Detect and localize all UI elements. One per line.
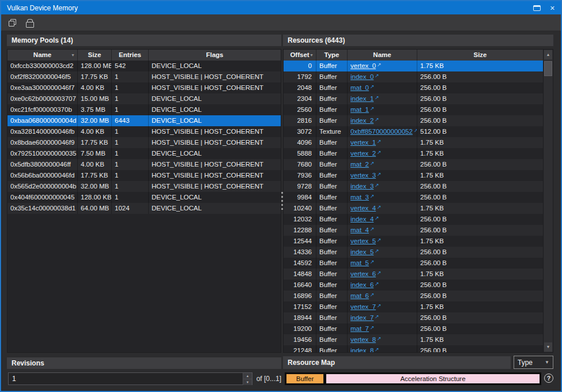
spin-down-icon[interactable]: ▼ <box>243 379 252 385</box>
memory-pool-row[interactable]: 0xe0c62b000000370715.00 MB1DEVICE_LOCAL <box>7 93 281 104</box>
close-button[interactable]: ✕ <box>550 5 555 11</box>
memory-pool-row[interactable]: 0x8bdae600000046f917.75 KB1HOST_VISIBLE … <box>7 137 281 148</box>
scroll-up-icon[interactable]: ▲ <box>544 50 552 59</box>
spin-up-icon[interactable]: ▲ <box>243 373 252 379</box>
resource-row[interactable]: 14592Buffermat_5↗256.00 B <box>284 258 543 269</box>
resource-size-cell: 256.00 B <box>417 323 543 334</box>
memory-pool-row[interactable]: 0xfccb330000003cd2128.00 MB542DEVICE_LOC… <box>7 61 281 71</box>
resource-row[interactable]: 16896Buffermat_6↗256.00 B <box>284 291 543 301</box>
resource-column-type[interactable]: Type <box>316 50 348 61</box>
external-link-icon: ↗ <box>375 71 379 81</box>
resource-row[interactable]: 21248Bufferindex_8↗256.00 B <box>284 345 543 352</box>
resource-row[interactable]: 12032Bufferindex_4↗256.00 B <box>284 214 543 225</box>
resource-offset-cell: 2816 <box>284 115 316 126</box>
float-window-button[interactable] <box>533 3 541 13</box>
memory-pool-row[interactable]: 0x565d2e000000004b32.00 MB1HOST_VISIBLE … <box>7 181 281 192</box>
memory-pool-row[interactable]: 0x56b6ba00000046fd17.75 KB1HOST_VISIBLE … <box>7 170 281 181</box>
resource-link[interactable]: vertex_3 <box>350 172 376 179</box>
memory-pool-row[interactable]: 0xa3281400000046fb4.00 KB1HOST_VISIBLE |… <box>7 126 281 137</box>
resource-row[interactable]: 0Buffervertex_0↗1.75 KB <box>284 61 543 71</box>
resource-link[interactable]: index_3 <box>350 183 374 190</box>
resource-link[interactable]: vertex_2 <box>350 150 376 157</box>
resource-row[interactable]: 2304Bufferindex_1↗256.00 B <box>284 93 543 104</box>
memory-pool-row[interactable]: 0xf2f83200000046f517.75 KB1HOST_VISIBLE … <box>7 71 281 82</box>
resource-map-segment[interactable]: Buffer <box>286 374 324 384</box>
resource-row[interactable]: 14336Bufferindex_5↗256.00 B <box>284 247 543 258</box>
resource-row[interactable]: 1792Bufferindex_0↗256.00 B <box>284 71 543 82</box>
help-icon[interactable]: ? <box>544 374 553 383</box>
resource-link[interactable]: index_2 <box>350 117 374 124</box>
resource-row[interactable]: 4096Buffervertex_1↗1.75 KB <box>284 137 543 148</box>
resource-row[interactable]: 19456Buffervertex_8↗1.75 KB <box>284 334 543 345</box>
resource-link[interactable]: vertex_1 <box>350 139 376 146</box>
scroll-down-icon[interactable]: ▼ <box>544 342 552 352</box>
resource-link[interactable]: index_5 <box>350 248 374 255</box>
resource-row[interactable]: 10240Buffervertex_4↗1.75 KB <box>284 203 543 214</box>
resource-row[interactable]: 2560Buffermat_1↗256.00 B <box>284 104 543 115</box>
memory-pool-row[interactable]: 0x404f600000000045128.00 KB1DEVICE_LOCAL <box>7 192 281 203</box>
resource-link[interactable]: vertex_4 <box>350 205 376 212</box>
resource-map-bar[interactable]: BufferAcceleration Structure <box>285 372 541 385</box>
resource-row[interactable]: 3072Texture0xbff8570000000052↗512.00 B <box>284 126 543 137</box>
resource-row[interactable]: 9984Buffermat_3↗256.00 B <box>284 192 543 203</box>
resource-row[interactable]: 19200Buffermat_7↗256.00 B <box>284 323 543 334</box>
resource-column-offset[interactable]: Offset▼ <box>284 50 316 61</box>
resource-row[interactable]: 12288Buffermat_4↗256.00 B <box>284 225 543 236</box>
resource-link[interactable]: index_0 <box>350 73 374 80</box>
memory-pool-row[interactable]: 0x79251000000000357.50 MB1DEVICE_LOCAL <box>7 148 281 159</box>
memory-pool-row[interactable]: 0xbaa068000000004d32.00 MB6443DEVICE_LOC… <box>7 115 281 126</box>
resource-link[interactable]: mat_6 <box>350 292 369 299</box>
resource-link[interactable]: vertex_7 <box>350 303 376 310</box>
resource-map-segment[interactable]: Acceleration Structure <box>326 374 540 384</box>
resource-row[interactable]: 17152Buffervertex_7↗1.75 KB <box>284 301 543 312</box>
resource-row[interactable]: 7680Buffermat_2↗256.00 B <box>284 159 543 170</box>
pool-column-name[interactable]: Name▼ <box>7 50 78 61</box>
resource-row[interactable]: 5888Buffervertex_2↗1.75 KB <box>284 148 543 159</box>
resource-row[interactable]: 2048Buffermat_0↗256.00 B <box>284 82 543 93</box>
type-filter-dropdown[interactable]: Type ▼ <box>514 356 553 369</box>
resource-link[interactable]: vertex_8 <box>350 336 376 343</box>
resource-link[interactable]: vertex_0 <box>350 62 376 69</box>
memory-pool-row[interactable]: 0x5dfb3800000046ff4.00 KB1HOST_VISIBLE |… <box>7 159 281 170</box>
resource-type-cell: Buffer <box>316 280 348 291</box>
resource-row[interactable]: 9728Bufferindex_3↗256.00 B <box>284 181 543 192</box>
resource-row[interactable]: 2816Bufferindex_2↗256.00 B <box>284 115 543 126</box>
resources-scrollbar[interactable]: ▲ ▼ <box>543 50 553 352</box>
memory-pool-row[interactable]: 0xe3aa3000000046f74.00 KB1HOST_VISIBLE |… <box>7 82 281 93</box>
resource-link[interactable]: mat_3 <box>350 194 369 201</box>
resource-row[interactable]: 18944Bufferindex_7↗256.00 B <box>284 312 543 323</box>
resource-name-cell: index_3↗ <box>348 181 417 192</box>
resource-link[interactable]: mat_0 <box>350 84 369 91</box>
resource-column-size[interactable]: Size <box>417 50 543 61</box>
resource-link[interactable]: 0xbff8570000000052 <box>350 128 413 135</box>
resource-link[interactable]: mat_4 <box>350 227 369 233</box>
resource-link[interactable]: vertex_6 <box>350 270 376 277</box>
copy-button[interactable] <box>6 17 18 28</box>
resource-row[interactable]: 16640Bufferindex_6↗256.00 B <box>284 280 543 291</box>
scrollbar-thumb[interactable] <box>544 61 552 76</box>
resource-row[interactable]: 12544Buffervertex_5↗1.75 KB <box>284 236 543 247</box>
revision-spinbox[interactable]: 1 ▲ ▼ <box>8 372 252 385</box>
lock-button[interactable] <box>24 17 35 28</box>
resource-link[interactable]: index_6 <box>350 281 374 288</box>
resource-row[interactable]: 14848Buffervertex_6↗1.75 KB <box>284 269 543 280</box>
resource-link[interactable]: mat_1 <box>350 106 369 113</box>
memory-pool-row[interactable]: 0x35c14c00000038d164.00 MB1024DEVICE_LOC… <box>7 203 281 214</box>
resource-link[interactable]: index_4 <box>350 216 374 223</box>
resource-link[interactable]: vertex_5 <box>350 238 376 244</box>
resource-link[interactable]: index_1 <box>350 95 374 102</box>
resource-link[interactable]: mat_7 <box>350 325 369 332</box>
resource-row[interactable]: 7936Buffervertex_3↗1.75 KB <box>284 170 543 181</box>
titlebar[interactable]: Vulkan Device Memory ✕ <box>1 1 561 14</box>
resource-column-name[interactable]: Name <box>348 50 417 61</box>
pool-column-size[interactable]: Size <box>78 50 112 61</box>
resource-link[interactable]: index_7 <box>350 314 374 321</box>
pool-column-flags[interactable]: Flags <box>149 50 281 61</box>
resource-link[interactable]: mat_5 <box>350 259 369 266</box>
resource-link[interactable]: index_8 <box>350 347 374 352</box>
lock-icon <box>26 19 33 27</box>
resource-link[interactable]: mat_2 <box>350 161 369 168</box>
resource-type-cell: Buffer <box>316 312 348 323</box>
pool-column-entries[interactable]: Entries <box>112 50 149 61</box>
memory-pool-row[interactable]: 0xc21fcf000000370b3.75 MB1DEVICE_LOCAL <box>7 104 281 115</box>
